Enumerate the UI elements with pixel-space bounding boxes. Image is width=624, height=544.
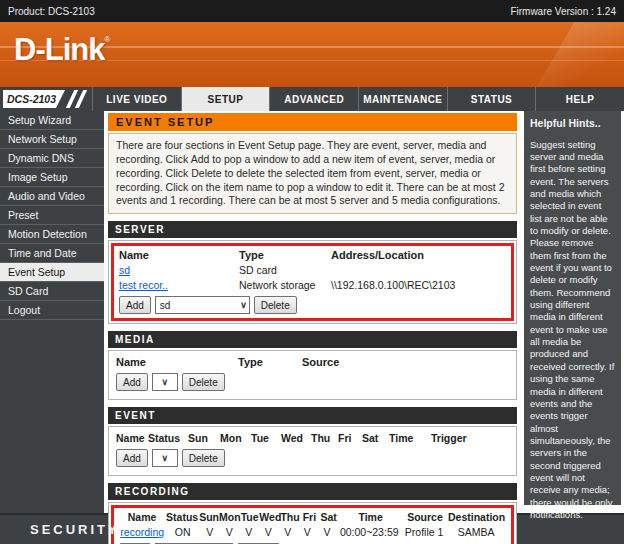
registered-mark: ® (104, 35, 110, 44)
event-select[interactable]: ∨ (152, 449, 178, 467)
tab-advanced[interactable]: ADVANCED (269, 87, 358, 111)
helpful-hints-title: Helpful Hints.. (530, 117, 615, 131)
recording-col-sat: Sat (319, 510, 338, 525)
recording-col-fri: Fri (300, 510, 319, 525)
recording-section-header: RECORDING (108, 483, 517, 500)
page-description: There are four sections in Event Setup p… (108, 133, 517, 214)
server-item-address (331, 263, 506, 278)
recording-status: ON (166, 525, 200, 540)
banner-chevron-decoration (528, 22, 624, 87)
server-col-name: Name (119, 248, 239, 263)
table-row: test recor.. Network storage \\192.168.0… (119, 278, 506, 293)
server-item-link-test-recor[interactable]: test recor.. (119, 279, 168, 291)
media-col-source: Source (302, 355, 509, 370)
brand-banner: D-Link® (0, 22, 624, 87)
table-row: sd SD card (119, 263, 506, 278)
server-item-link-sd[interactable]: sd (119, 264, 130, 276)
sidebar-item-audio-and-video[interactable]: Audio and Video (0, 187, 104, 206)
sidebar-item-motion-detection[interactable]: Motion Detection (0, 225, 104, 244)
server-col-type: Type (239, 248, 331, 263)
event-col-wed: Wed (281, 431, 311, 446)
media-table-header: Name Type Source (116, 355, 509, 370)
event-col-time: Time (389, 431, 431, 446)
recording-col-mon: Mon (219, 510, 240, 525)
event-content: Name Status Sun Mon Tue Wed Thu Fri Sat … (111, 429, 514, 473)
recording-source: Profile 1 (402, 525, 447, 540)
page-body: Setup Wizard Network Setup Dynamic DNS I… (0, 111, 624, 513)
tab-status[interactable]: STATUS (447, 87, 536, 111)
recording-day-tue: V (239, 525, 259, 540)
nav-model-area: DCS-2103 (0, 87, 92, 111)
recording-col-destination: Destination (447, 510, 506, 525)
sidebar-item-event-setup[interactable]: Event Setup (0, 263, 104, 282)
page-title: EVENT SETUP (108, 113, 517, 131)
table-row: recording ON V V V V V V V 00:00~23:59 P… (119, 525, 506, 540)
nav-tabs: LIVE VIDEO SETUP ADVANCED MAINTENANCE ST… (92, 87, 624, 111)
event-col-trigger: Trigger (431, 431, 509, 446)
sidebar-item-preset[interactable]: Preset (0, 206, 104, 225)
recording-col-thu: Thu (280, 510, 299, 525)
event-col-status: Status (148, 431, 188, 446)
security-label: SECURITY (30, 522, 120, 537)
chevron-down-icon: ∨ (162, 454, 169, 463)
server-section: Name Type Address/Location sd SD card te… (108, 240, 517, 324)
media-section: Name Type Source Add ∨ Delete (108, 350, 517, 400)
chevron-down-icon: ∨ (240, 301, 247, 310)
server-controls: Add sd ∨ Delete (119, 296, 506, 314)
recording-table-header: Name Status Sun Mon Tue Wed Thu Fri Sat … (119, 510, 506, 525)
sidebar-item-image-setup[interactable]: Image Setup (0, 168, 104, 187)
server-annotation-box: Name Type Address/Location sd SD card te… (111, 243, 514, 321)
sidebar-item-sd-card[interactable]: SD Card (0, 282, 104, 301)
server-delete-button[interactable]: Delete (254, 296, 297, 314)
event-col-sat: Sat (362, 431, 389, 446)
server-table-header: Name Type Address/Location (119, 248, 506, 263)
server-add-button[interactable]: Add (119, 296, 151, 314)
helpful-hints-panel: Helpful Hints.. Suggest setting server a… (524, 111, 621, 505)
recording-col-time: Time (338, 510, 402, 525)
tab-setup[interactable]: SETUP (181, 87, 270, 111)
dlink-logo: D-Link® (14, 32, 110, 68)
recording-col-wed: Wed (259, 510, 280, 525)
recording-day-sat: V (317, 525, 337, 540)
sidebar-item-setup-wizard[interactable]: Setup Wizard (0, 111, 104, 130)
server-item-address: \\192.168.0.100\REC\2103 (331, 278, 506, 293)
chevron-down-icon: ∨ (162, 378, 169, 387)
media-controls: Add ∨ Delete (116, 373, 509, 391)
sidebar-item-logout[interactable]: Logout (0, 301, 104, 320)
dlink-logo-text: D-Link (14, 32, 104, 67)
tab-live-video[interactable]: LIVE VIDEO (92, 87, 181, 111)
recording-day-mon: V (219, 525, 239, 540)
media-add-button[interactable]: Add (116, 373, 148, 391)
tab-maintenance[interactable]: MAINTENANCE (358, 87, 447, 111)
recording-day-fri: V (298, 525, 318, 540)
recording-col-sun: Sun (199, 510, 219, 525)
top-status-bar: Product: DCS-2103 Firmware Version : 1.2… (0, 0, 624, 22)
recording-item-link[interactable]: recording (120, 526, 164, 538)
event-add-button[interactable]: Add (116, 449, 148, 467)
event-section: Name Status Sun Mon Tue Wed Thu Fri Sat … (108, 426, 517, 476)
sidebar-item-dynamic-dns[interactable]: Dynamic DNS (0, 149, 104, 168)
server-select[interactable]: sd ∨ (155, 296, 250, 314)
recording-day-sun: V (200, 525, 220, 540)
main-content: EVENT SETUP There are four sections in E… (104, 111, 521, 513)
event-col-tue: Tue (251, 431, 281, 446)
event-delete-button[interactable]: Delete (182, 449, 225, 467)
tab-help[interactable]: HELP (535, 87, 624, 111)
recording-time: 00:00~23:59 (337, 525, 402, 540)
media-delete-button[interactable]: Delete (182, 373, 225, 391)
recording-day-wed: V (259, 525, 279, 540)
sidebar-item-network-setup[interactable]: Network Setup (0, 130, 104, 149)
recording-destination: SAMBA (446, 525, 506, 540)
media-section-header: MEDIA (108, 331, 517, 348)
recording-section: Name Status Sun Mon Tue Wed Thu Fri Sat … (108, 502, 517, 544)
recording-day-thu: V (278, 525, 298, 540)
event-table-header: Name Status Sun Mon Tue Wed Thu Fri Sat … (116, 431, 509, 446)
main-nav: DCS-2103 LIVE VIDEO SETUP ADVANCED MAINT… (0, 87, 624, 111)
event-col-fri: Fri (338, 431, 362, 446)
event-controls: Add ∨ Delete (116, 449, 509, 467)
sidebar-item-time-and-date[interactable]: Time and Date (0, 244, 104, 263)
event-col-sun: Sun (188, 431, 220, 446)
media-select[interactable]: ∨ (152, 373, 178, 391)
model-badge: DCS-2103 (3, 90, 65, 108)
recording-col-tue: Tue (240, 510, 259, 525)
